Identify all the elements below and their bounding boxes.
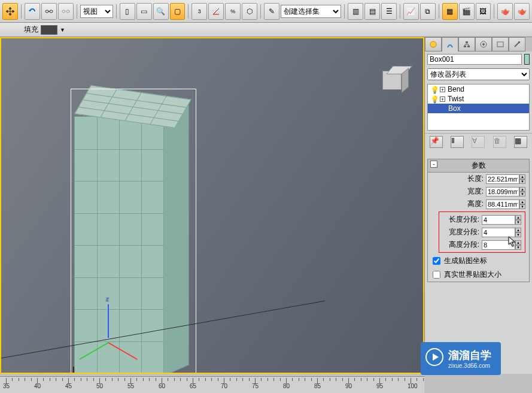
spin-down-icon[interactable]: ▼: [519, 179, 525, 184]
pin-stack-icon[interactable]: 📌: [430, 136, 443, 148]
move-tool-icon[interactable]: [2, 3, 18, 20]
spin-down-icon[interactable]: ▼: [515, 232, 521, 237]
timeline-tick: 50: [96, 383, 103, 389]
watermark-badge: 溜溜自学 zixue.3d66.com: [421, 342, 501, 375]
select-icon[interactable]: ▯: [120, 3, 135, 20]
timeline-tick: 35: [3, 383, 10, 389]
height-input[interactable]: [486, 199, 519, 209]
make-unique-icon[interactable]: ∀: [472, 136, 485, 148]
select-object-icon[interactable]: ▢: [170, 3, 186, 20]
modifier-list-dropdown[interactable]: 修改器列表: [427, 68, 530, 80]
spin-down-icon[interactable]: ▼: [519, 192, 525, 196]
show-end-result-icon[interactable]: Ⅱ: [451, 136, 464, 148]
schematic-icon[interactable]: ⧉: [420, 3, 436, 20]
spin-up-icon[interactable]: ▲: [519, 199, 525, 204]
timeline-tick: 75: [252, 383, 259, 389]
curve-editor-icon[interactable]: 📈: [403, 3, 419, 20]
motion-tab-icon[interactable]: [475, 37, 492, 52]
named-sel-icon[interactable]: ✎: [264, 3, 279, 20]
link-icon[interactable]: [41, 3, 57, 20]
stack-item-twist[interactable]: 💡 + Twist: [428, 94, 529, 104]
configure-sets-icon[interactable]: ▦: [514, 136, 527, 148]
utilities-tab-icon[interactable]: [509, 37, 525, 52]
selection-set-dropdown[interactable]: 创建选择集: [281, 5, 341, 18]
modifier-stack[interactable]: 💡 + Bend 💡 + Twist Box: [427, 84, 530, 131]
stack-tools: 📌 Ⅱ ∀ 🗑 ▦: [425, 133, 532, 150]
box-object[interactable]: [73, 92, 193, 374]
render-icon[interactable]: 🫖: [497, 3, 513, 20]
stack-item-bend[interactable]: 💡 + Bend: [428, 84, 529, 94]
spin-up-icon[interactable]: ▲: [515, 240, 521, 245]
spin-up-icon[interactable]: ▲: [519, 187, 525, 192]
svg-rect-6: [466, 41, 468, 43]
height-segs-input[interactable]: [482, 240, 515, 250]
real-world-checkbox[interactable]: [433, 271, 440, 279]
spin-up-icon[interactable]: ▲: [515, 228, 521, 232]
remove-modifier-icon[interactable]: 🗑: [493, 136, 506, 148]
timeline[interactable]: 35404550556065707580859095100: [0, 376, 424, 393]
timeline-tick: 90: [345, 383, 352, 389]
secondary-toolbar: 填充 ▼: [0, 23, 532, 37]
quick-render-icon[interactable]: 🫖: [514, 3, 530, 20]
wseg-label: 宽度分段:: [449, 227, 479, 237]
mirror-icon[interactable]: ▥: [348, 3, 363, 20]
display-tab-icon[interactable]: [492, 37, 509, 52]
timeline-tick: 70: [221, 383, 227, 389]
real-world-label: 真实世界贴图大小: [444, 270, 501, 280]
object-color-swatch[interactable]: [524, 54, 530, 65]
view-dropdown[interactable]: 视图: [80, 5, 113, 18]
select-name-icon[interactable]: 🔍: [153, 3, 169, 20]
render-frame-icon[interactable]: 🖼: [476, 3, 491, 20]
svg-rect-3: [62, 10, 65, 13]
expand-icon[interactable]: +: [440, 96, 445, 102]
create-tab-icon[interactable]: [425, 37, 442, 52]
hierarchy-tab-icon[interactable]: [458, 37, 475, 52]
render-setup-icon[interactable]: 🎬: [459, 3, 475, 20]
view-cube[interactable]: [378, 62, 411, 96]
layers-icon[interactable]: ☰: [381, 3, 397, 20]
width-label: 宽度:: [467, 186, 484, 196]
length-input[interactable]: [486, 174, 519, 184]
unlink-icon[interactable]: [58, 3, 74, 20]
timeline-tick: 55: [127, 383, 134, 389]
snap-3-icon[interactable]: 3: [191, 3, 207, 20]
spinner-snap-icon[interactable]: ⬡: [242, 3, 257, 20]
timeline-tick: 100: [408, 383, 418, 389]
angle-snap-icon[interactable]: [208, 3, 224, 20]
fill-label: 填充: [24, 25, 38, 35]
gen-mapping-checkbox[interactable]: [433, 257, 440, 265]
spin-up-icon[interactable]: ▲: [515, 215, 521, 220]
fill-color-swatch[interactable]: [41, 25, 57, 35]
spin-down-icon[interactable]: ▼: [515, 220, 521, 225]
main-toolbar: 视图 ▯ ▭ 🔍 ▢ 3 % ⬡ ✎ 创建选择集 ▥ ▤ ☰ 📈 ⧉ ▦ 🎬 🖼…: [0, 0, 532, 23]
svg-rect-7: [464, 46, 466, 47]
timeline-tick: 95: [376, 383, 383, 389]
spin-down-icon[interactable]: ▼: [515, 245, 521, 250]
material-editor-icon[interactable]: ▦: [442, 3, 458, 20]
expand-icon[interactable]: +: [440, 87, 445, 92]
object-name-input[interactable]: [427, 54, 522, 65]
width-input[interactable]: [486, 187, 519, 196]
svg-rect-11: [497, 42, 503, 47]
align-icon[interactable]: ▤: [364, 3, 380, 20]
play-icon: [425, 348, 443, 366]
width-segs-input[interactable]: [482, 228, 515, 237]
length-segs-input[interactable]: [482, 215, 515, 225]
stack-item-box[interactable]: Box: [428, 104, 529, 113]
length-label: 长度:: [467, 174, 484, 184]
timeline-tick: 85: [314, 383, 321, 389]
timeline-tick: 40: [34, 383, 41, 389]
timeline-tick: 45: [65, 383, 72, 389]
svg-point-10: [482, 43, 485, 46]
select-region-icon[interactable]: ▭: [136, 3, 152, 20]
percent-snap-icon[interactable]: %: [225, 3, 241, 20]
spin-up-icon[interactable]: ▲: [519, 174, 525, 179]
viewport[interactable]: z: [0, 37, 424, 374]
modify-tab-icon[interactable]: [442, 37, 458, 52]
collapse-icon[interactable]: -: [430, 161, 437, 168]
parameters-rollout: - 参数 长度: ▲▼ 宽度: ▲▼ 高度: ▲▼ 长度分段: ▲▼: [427, 159, 530, 282]
undo-icon[interactable]: [25, 3, 40, 20]
fill-dropdown-icon[interactable]: ▼: [60, 27, 65, 33]
spin-down-icon[interactable]: ▼: [519, 204, 525, 209]
params-header[interactable]: - 参数: [428, 159, 529, 173]
